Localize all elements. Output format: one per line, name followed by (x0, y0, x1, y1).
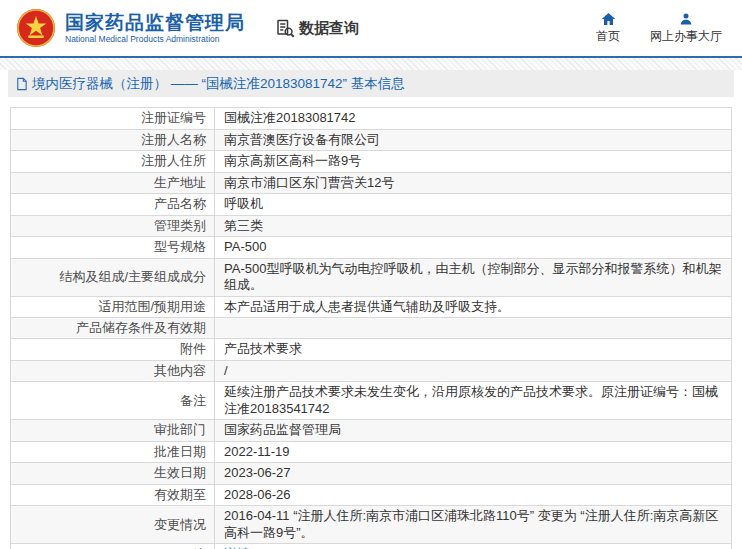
row-value: 产品技术要求 (215, 339, 731, 360)
row-value: / (215, 361, 731, 382)
national-emblem-logo (16, 8, 56, 48)
site-header: 国家药品监督管理局 National Medical Products Admi… (0, 0, 742, 58)
table-row: 审批部门 国家药品监督管理局 (11, 420, 731, 442)
agency-name-en: National Medical Products Administration (65, 34, 245, 45)
row-label: 注册证编号 (11, 108, 215, 129)
row-value: 2028-06-26 (215, 485, 731, 506)
table-row: 产品名称 呼吸机 (11, 194, 731, 216)
table-row: 附件 产品技术要求 (11, 339, 731, 361)
nav-item-online-hall[interactable]: 网上办事大厅 (650, 12, 722, 45)
row-label: 产品名称 (11, 194, 215, 215)
nav-item-home[interactable]: 首页 (596, 12, 620, 45)
row-label: 变更情况 (11, 506, 215, 543)
home-icon (601, 12, 616, 26)
row-label: 生产地址 (11, 173, 215, 194)
table-row: 备注 延续注册产品技术要求未发生变化，沿用原核发的产品技术要求。原注册证编号：国… (11, 382, 731, 420)
row-label: 注册人名称 (11, 130, 215, 151)
table-row: 型号规格 PA-500 (11, 237, 731, 259)
document-icon (15, 77, 28, 91)
row-label: 批准日期 (11, 442, 215, 463)
row-label: 有效期至 (11, 485, 215, 506)
page-title-bar: 境内医疗器械（注册） —— “国械注准20183081742” 基本信息 (8, 70, 734, 97)
row-value: 2016-04-11 “注册人住所:南京市浦口区浦珠北路110号” 变更为 “注… (215, 506, 731, 543)
row-value: 第三类 (215, 216, 731, 237)
table-row: 有效期至 2028-06-26 (11, 485, 731, 507)
row-label: 附件 (11, 339, 215, 360)
page-title: 境内医疗器械（注册） —— “国械注准20183081742” 基本信息 (32, 75, 405, 93)
row-label: 其他内容 (11, 361, 215, 382)
row-value: PA-500 (215, 237, 731, 258)
registration-info-table: 注册证编号 国械注准20183081742 注册人名称 南京普澳医疗设备有限公司… (10, 107, 732, 549)
row-label: 注册人住所 (11, 151, 215, 172)
row-value: 国家药品监督管理局 (215, 420, 731, 441)
table-row: 生效日期 2023-06-27 (11, 463, 731, 485)
table-row: 变更情况 2016-04-11 “注册人住所:南京市浦口区浦珠北路110号” 变… (11, 506, 731, 544)
table-row: 结构及组成/主要组成成分 PA-500型呼吸机为气动电控呼吸机，由主机（控制部分… (11, 259, 731, 297)
table-row: 批准日期 2022-11-19 (11, 442, 731, 464)
row-value: 南京普澳医疗设备有限公司 (215, 130, 731, 151)
table-row: 注册证编号 国械注准20183081742 (11, 108, 731, 130)
row-label: 生效日期 (11, 463, 215, 484)
nav-label-home: 首页 (596, 28, 620, 45)
row-label: 注 (11, 544, 215, 549)
row-value (215, 326, 731, 330)
row-value: 南京高新区高科一路9号 (215, 151, 731, 172)
table-row: 其他内容 / (11, 361, 731, 383)
row-value: 呼吸机 (215, 194, 731, 215)
row-value: PA-500型呼吸机为气动电控呼吸机，由主机（控制部分、显示部分和报警系统）和机… (215, 259, 731, 296)
table-row: 管理类别 第三类 (11, 216, 731, 238)
table-row: 适用范围/预期用途 本产品适用于成人患者提供通气辅助及呼吸支持。 (11, 297, 731, 319)
row-label: 产品储存条件及有效期 (11, 318, 215, 338)
table-row: 生产地址 南京市浦口区东门曹营关12号 (11, 173, 731, 195)
document-search-icon (275, 18, 296, 39)
row-label: 管理类别 (11, 216, 215, 237)
row-label: 适用范围/预期用途 (11, 297, 215, 318)
row-label: 审批部门 (11, 420, 215, 441)
nav-label-online-hall: 网上办事大厅 (650, 28, 722, 45)
row-value: 2022-11-19 (215, 442, 731, 463)
table-row-note: 注 详情 (11, 544, 731, 549)
row-label: 结构及组成/主要组成成分 (11, 259, 215, 296)
data-query-button[interactable]: 数据查询 (275, 18, 359, 39)
row-value: 详情 (215, 544, 731, 549)
row-label: 型号规格 (11, 237, 215, 258)
person-icon (679, 12, 693, 26)
agency-title-block: 国家药品监督管理局 National Medical Products Admi… (65, 12, 245, 45)
hatch-divider (0, 58, 742, 70)
data-query-label: 数据查询 (299, 19, 359, 38)
row-value: 国械注准20183081742 (215, 108, 731, 129)
row-value: 延续注册产品技术要求未发生变化，沿用原核发的产品技术要求。原注册证编号：国械注准… (215, 382, 731, 419)
row-label: 备注 (11, 382, 215, 419)
row-value: 本产品适用于成人患者提供通气辅助及呼吸支持。 (215, 297, 731, 318)
row-value: 南京市浦口区东门曹营关12号 (215, 173, 731, 194)
agency-name-cn: 国家药品监督管理局 (65, 12, 245, 34)
table-row: 注册人住所 南京高新区高科一路9号 (11, 151, 731, 173)
table-row: 产品储存条件及有效期 (11, 318, 731, 339)
header-nav: 首页 网上办事大厅 (596, 12, 722, 45)
table-row: 注册人名称 南京普澳医疗设备有限公司 (11, 130, 731, 152)
row-value: 2023-06-27 (215, 463, 731, 484)
